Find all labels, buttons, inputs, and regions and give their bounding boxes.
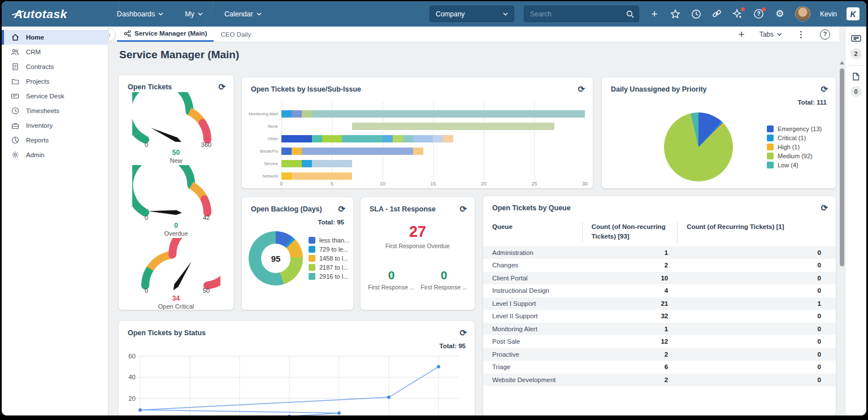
bar-segment[interactable] (281, 172, 292, 180)
favorites-star-icon[interactable] (670, 8, 681, 20)
table-row[interactable]: Proactive20 (483, 348, 836, 361)
scrollbar-thumb[interactable] (840, 68, 844, 266)
bar-segment[interactable] (312, 160, 353, 167)
sidebar-item-admin[interactable]: Admin (2, 148, 108, 162)
bar-segment[interactable] (433, 135, 443, 142)
table-row[interactable]: Triage60 (483, 361, 836, 374)
nav-menu-dashboards[interactable]: Dashboards (117, 10, 163, 18)
sidebar-item-reports[interactable]: Reports (2, 133, 108, 148)
sidebar-collapse-button[interactable]: ‹ (109, 28, 116, 41)
user-avatar[interactable] (795, 6, 810, 21)
nav-menu-calendar[interactable]: Calendar (224, 10, 262, 18)
sidebar-items: HomeCRMContractsProjectsService DeskTime… (2, 30, 108, 162)
tabs-dropdown[interactable]: Tabs (760, 31, 782, 38)
bar-segment[interactable] (352, 123, 554, 130)
table-row[interactable]: Level II Support320 (483, 310, 836, 323)
bar-segment[interactable] (403, 135, 413, 142)
bar-segment[interactable] (342, 135, 383, 142)
link-icon[interactable] (711, 8, 723, 20)
company-select[interactable]: Company (429, 6, 514, 22)
recurring-count: 0 (677, 363, 836, 370)
refresh-icon[interactable]: ⟳ (338, 205, 345, 213)
bar-segment[interactable] (292, 110, 302, 118)
tickets-panel-icon[interactable] (851, 33, 861, 44)
refresh-icon[interactable]: ⟳ (218, 83, 225, 91)
legend-swatch (767, 162, 774, 168)
sidebar-item-service-desk[interactable]: Service Desk (2, 89, 108, 103)
table-row[interactable]: Changes20 (483, 259, 836, 272)
add-tab-button[interactable]: + (739, 29, 745, 40)
bar-segment[interactable] (292, 172, 352, 180)
user-name[interactable]: Kevin (820, 10, 837, 18)
tickets-count-badge[interactable]: 2 (850, 48, 862, 59)
search-icon[interactable] (626, 10, 634, 18)
bar-segment[interactable] (312, 110, 585, 118)
bar-segment[interactable] (281, 110, 292, 118)
sidebar-item-label: Home (26, 34, 44, 41)
dashboard-help-icon[interactable]: ? (820, 29, 830, 40)
add-icon[interactable]: + (649, 8, 660, 20)
sidebar-item-home[interactable]: Home (2, 30, 108, 45)
bar-segment[interactable] (322, 135, 342, 142)
kaseya-logo[interactable]: K (847, 7, 860, 20)
legend-item: less than... (309, 237, 349, 244)
bar-segment[interactable] (393, 135, 403, 142)
bar-segment[interactable] (302, 160, 312, 167)
bar-segment[interactable] (302, 148, 413, 155)
legend-item: High (1) (767, 144, 822, 150)
bar-segment[interactable] (312, 135, 322, 142)
refresh-icon[interactable]: ⟳ (821, 85, 828, 93)
tab-service-manager-main[interactable]: Service Manager (Main) (117, 27, 214, 42)
sla-sub-metric: 0First Response ... (418, 269, 470, 291)
table-row[interactable]: Monitoring Alert10 (483, 323, 836, 336)
bar-row-service (281, 160, 585, 167)
sidebar-item-inventory[interactable]: Inventory (2, 118, 108, 133)
bar-segment[interactable] (302, 110, 312, 118)
shared-dashboard-icon (124, 30, 131, 37)
sidebar-item-crm[interactable]: CRM (2, 45, 108, 59)
gear-icon[interactable]: ⚙ (774, 8, 785, 20)
help-icon[interactable]: ? (753, 8, 765, 20)
legend-label: 2916 to l... (319, 273, 348, 280)
table-row[interactable]: Administration10 (483, 246, 836, 259)
bar-segment[interactable] (281, 123, 352, 130)
sidebar-item-timesheets[interactable]: Timesheets (2, 103, 108, 118)
recurring-count: 0 (677, 287, 836, 294)
more-options-icon[interactable]: ⋮ (797, 29, 805, 40)
vertical-scrollbar[interactable] (839, 27, 845, 415)
ai-sparkle-icon[interactable] (732, 8, 744, 20)
bar-segment[interactable] (281, 135, 312, 142)
sidebar-item-projects[interactable]: Projects (2, 74, 108, 89)
bar-segment[interactable] (281, 148, 292, 155)
queue-name: Changes (483, 262, 582, 269)
refresh-icon[interactable]: ⟳ (459, 205, 467, 213)
table-row[interactable]: Post Sale120 (483, 335, 836, 348)
table-row[interactable]: Instructional Design40 (483, 284, 836, 297)
home-icon (11, 33, 19, 42)
recurring-count: 0 (677, 351, 836, 358)
scroll-up-arrow[interactable] (839, 60, 845, 65)
refresh-icon[interactable]: ⟳ (578, 85, 585, 93)
table-row[interactable]: Client Portal100 (483, 272, 836, 285)
documents-count-badge[interactable]: 0 (850, 86, 862, 97)
search-input[interactable] (529, 10, 626, 19)
tab-ceo-daily[interactable]: CEO Daily (214, 27, 258, 42)
table-row[interactable]: Website Development20 (483, 374, 836, 387)
table-row[interactable]: Level I Support211 (483, 297, 836, 310)
bar-segment[interactable] (281, 160, 302, 167)
nav-menu-my[interactable]: My (185, 10, 203, 18)
documents-panel-icon[interactable] (851, 71, 861, 81)
refresh-icon[interactable]: ⟳ (459, 328, 467, 337)
sidebar-item-contracts[interactable]: Contracts (2, 59, 108, 74)
people-icon (11, 48, 19, 57)
bar-segment[interactable] (292, 148, 302, 155)
open-tickets-gauges: 036050New0420Overdue05034Open Critical (119, 92, 233, 310)
x-tick-label: 20 (481, 181, 487, 187)
recent-clock-icon[interactable] (691, 8, 702, 20)
top-nav: Autotask DashboardsMyCalendar Company + (2, 1, 866, 27)
bar-segment[interactable] (383, 135, 393, 142)
bar-segment[interactable] (413, 148, 423, 155)
bar-segment[interactable] (413, 135, 433, 142)
bar-segment[interactable] (443, 135, 453, 142)
refresh-icon[interactable]: ⟳ (821, 203, 828, 212)
